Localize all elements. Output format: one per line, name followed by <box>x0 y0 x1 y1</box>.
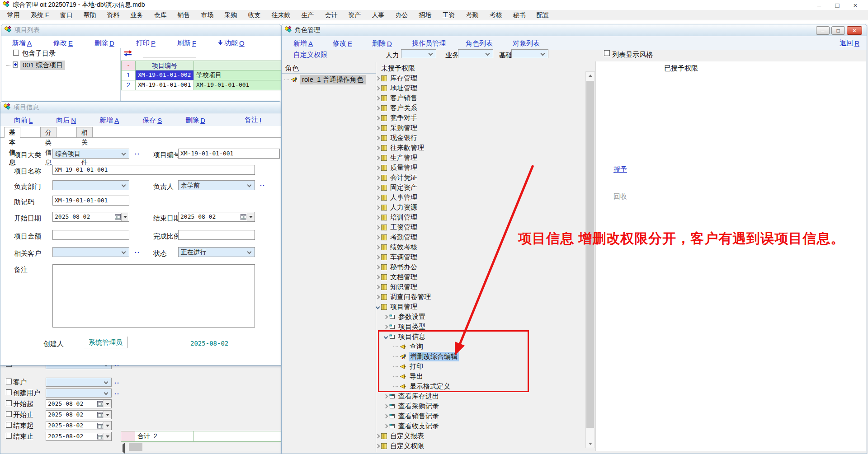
menu-item-8[interactable]: 销售 <box>172 10 195 20</box>
row-number[interactable]: 2 <box>121 80 136 90</box>
tree-item[interactable]: 地址管理 <box>376 83 419 93</box>
revoke-button[interactable]: 回收 <box>613 192 627 201</box>
filter-date-picker[interactable]: 2025-08-02 <box>46 410 112 419</box>
tree-item[interactable]: 人力资源 <box>376 202 419 212</box>
menu-item-14[interactable]: 会计 <box>319 10 343 20</box>
chevron-right-icon[interactable] <box>376 295 380 299</box>
swap-columns-icon[interactable] <box>123 50 132 58</box>
filter-checkbox-开始止[interactable] <box>6 411 12 417</box>
grant-button[interactable]: 授予 <box>613 165 627 174</box>
dept-combo[interactable] <box>52 180 129 190</box>
percent-input[interactable] <box>178 230 255 240</box>
horizontal-scrollbar[interactable] <box>121 443 282 451</box>
chevron-right-icon[interactable] <box>376 86 380 90</box>
filter-lookup-button[interactable]: .. <box>114 378 120 385</box>
close-icon[interactable]: × <box>847 26 862 35</box>
tree-item[interactable]: 车辆管理 <box>376 252 419 262</box>
maximize-icon[interactable]: □ <box>828 1 846 9</box>
tree-item[interactable]: 查询 <box>393 342 425 351</box>
chevron-right-icon[interactable] <box>384 394 388 398</box>
name-input[interactable]: XM-19-01-01-001 <box>52 165 255 175</box>
tree-item[interactable]: 增删改综合编辑 <box>393 351 459 361</box>
menu-item-4[interactable]: 帮助 <box>78 10 101 20</box>
tree-item[interactable]: 查看库存进出 <box>384 391 440 401</box>
customer-combo[interactable] <box>52 247 129 257</box>
tree-item[interactable]: 打印 <box>393 361 425 371</box>
tree-item[interactable]: 调查问卷管理 <box>376 292 432 302</box>
tree-item[interactable]: 生产管理 <box>376 153 419 163</box>
tree-scrollbar[interactable] <box>585 71 595 448</box>
tree-item[interactable]: 查看销售记录 <box>384 411 440 421</box>
chevron-right-icon[interactable] <box>384 404 388 408</box>
tab-3[interactable]: 相关文件 <box>76 127 93 137</box>
menu-item-16[interactable]: 人事 <box>366 10 390 20</box>
scrollbar-thumb[interactable] <box>129 443 142 451</box>
filter-checkbox-创建用户[interactable] <box>6 389 12 395</box>
tree-item[interactable]: 秘书办公 <box>376 262 419 272</box>
chevron-right-icon[interactable] <box>376 265 380 269</box>
leader-lookup-button[interactable]: .. <box>260 180 265 187</box>
tree-item[interactable]: 项目类型 <box>384 322 427 332</box>
chevron-right-icon[interactable] <box>376 255 380 259</box>
cell-project-name[interactable]: 学校项目 <box>194 70 281 80</box>
menu-item-21[interactable]: 考核 <box>484 10 507 20</box>
project-list-titlebar[interactable]: 项目列表 <box>1 24 281 36</box>
menu-item-18[interactable]: 招培 <box>413 10 437 20</box>
project-info-toolbar-add-button[interactable]: 新增A <box>99 116 119 125</box>
menu-item-22[interactable]: 秘书 <box>507 10 531 20</box>
chevron-down-icon[interactable] <box>384 334 388 339</box>
category-combo[interactable]: 综合项目 <box>52 149 129 159</box>
date-dropdown-icon[interactable] <box>121 213 128 221</box>
minimize-icon[interactable]: – <box>810 1 828 9</box>
menu-item-20[interactable]: 考勤 <box>460 10 484 20</box>
list-style-checkbox[interactable] <box>604 50 610 56</box>
chevron-right-icon[interactable] <box>384 424 388 428</box>
menu-item-3[interactable]: 窗口 <box>54 10 78 20</box>
menu-item-1[interactable]: 常用 <box>2 10 25 20</box>
filter-combo[interactable] <box>46 388 112 398</box>
chevron-right-icon[interactable] <box>384 314 388 319</box>
menu-item-19[interactable]: 工资 <box>437 10 460 20</box>
menu-item-7[interactable]: 仓库 <box>148 10 172 20</box>
filter-checkbox-开始起[interactable] <box>6 400 12 406</box>
menu-item-13[interactable]: 生产 <box>296 10 319 20</box>
tab-2[interactable]: 分类信息 <box>40 127 57 137</box>
tree-item[interactable]: 自定义权限 <box>376 441 425 451</box>
scroll-up-icon[interactable] <box>586 72 594 80</box>
tree-item[interactable]: 查看收支记录 <box>384 421 440 431</box>
tree-item[interactable]: 质量管理 <box>376 163 419 173</box>
cell-project-code[interactable]: XM-19-01-01-001 <box>136 80 194 90</box>
column-header-code[interactable]: 项目编号 <box>136 61 194 70</box>
tree-item[interactable]: 自定义报表 <box>376 431 425 441</box>
row-number[interactable]: 1 <box>121 70 136 80</box>
menu-item-17[interactable]: 办公 <box>390 10 413 20</box>
filter-checkbox-客户[interactable] <box>6 379 12 384</box>
tree-item[interactable]: 考勤管理 <box>376 232 419 242</box>
tree-item[interactable]: 往来款管理 <box>376 143 425 153</box>
menu-item-9[interactable]: 市场 <box>195 10 219 20</box>
project-list-toolbar-print-button[interactable]: 打印P <box>136 38 156 47</box>
chevron-right-icon[interactable] <box>376 275 380 279</box>
tree-item[interactable]: 竞争对手 <box>376 113 419 123</box>
restore-icon[interactable]: □ <box>831 26 845 35</box>
tree-item[interactable]: 项目管理 <box>376 302 419 312</box>
chevron-right-icon[interactable] <box>376 434 380 438</box>
chevron-right-icon[interactable] <box>376 116 380 120</box>
project-list-toolbar-functions-button[interactable]: 功能O <box>218 38 245 47</box>
project-list-toolbar-refresh-button[interactable]: 刷新F <box>177 38 196 47</box>
chevron-right-icon[interactable] <box>376 145 380 150</box>
tree-item[interactable]: 参数设置 <box>384 312 427 322</box>
chevron-right-icon[interactable] <box>376 225 380 229</box>
remark-textarea[interactable] <box>52 264 255 328</box>
filter-date-picker[interactable]: 2025-08-02 <box>46 432 112 441</box>
filter-checkbox-结束起[interactable] <box>6 422 12 428</box>
chevron-right-icon[interactable] <box>376 215 380 220</box>
tree-item[interactable]: 会计凭证 <box>376 173 419 183</box>
code-input[interactable]: XM-19-01-01-001 <box>178 149 280 159</box>
menu-item-15[interactable]: 资产 <box>343 10 366 20</box>
project-list-toolbar-edit-button[interactable]: 修改E <box>53 38 73 47</box>
scroll-down-icon[interactable] <box>586 440 594 448</box>
column-header-rowmark[interactable]: - <box>121 61 136 70</box>
tree-item[interactable]: 导出 <box>393 371 425 381</box>
menu-item-6[interactable]: 业务 <box>125 10 148 20</box>
